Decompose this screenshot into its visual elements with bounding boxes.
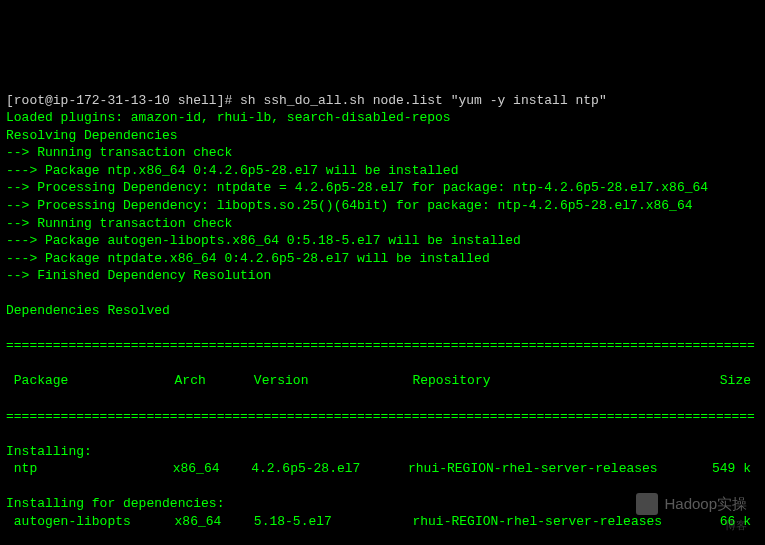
section-installing-deps: Installing for dependencies: — [6, 496, 224, 511]
divider: ========================================… — [6, 408, 759, 426]
col-header-package: Package — [6, 372, 175, 390]
output-line: ---> Package ntpdate.x86_64 0:4.2.6p5-28… — [6, 251, 490, 266]
output-line: Dependencies Resolved — [6, 303, 170, 318]
wechat-icon — [636, 493, 658, 515]
col-header-version: Version — [254, 372, 413, 390]
output-line: Loaded plugins: amazon-id, rhui-lb, sear… — [6, 110, 451, 125]
pkg-repo: rhui-REGION-rhel-server-releases — [408, 460, 712, 478]
col-header-arch: Arch — [175, 372, 254, 390]
output-line: --> Processing Dependency: libopts.so.25… — [6, 198, 693, 213]
section-installing: Installing: — [6, 444, 92, 459]
terminal-window[interactable]: [root@ip-172-31-13-10 shell]# sh ssh_do_… — [6, 74, 759, 545]
pkg-arch: x86_64 — [173, 460, 251, 478]
table-row: autogen-liboptsx86_645.18-5.el7rhui-REGI… — [6, 513, 759, 531]
output-line: --> Running transaction check — [6, 216, 232, 231]
pkg-name: autogen-libopts — [6, 513, 175, 531]
shell-command: sh ssh_do_all.sh node.list "yum -y insta… — [232, 93, 606, 108]
output-line: Resolving Dependencies — [6, 128, 178, 143]
pkg-name: ntp — [6, 460, 173, 478]
col-header-repo: Repository — [412, 372, 719, 390]
pkg-version: 5.18-5.el7 — [254, 513, 413, 531]
pkg-version: 4.2.6p5-28.el7 — [251, 460, 408, 478]
sub-watermark: 博客 — [725, 518, 747, 533]
watermark-text: Hadoop实操 — [664, 494, 747, 514]
divider: ========================================… — [6, 337, 759, 355]
watermark: Hadoop实操 — [636, 493, 747, 515]
output-line: --> Processing Dependency: ntpdate = 4.2… — [6, 180, 708, 195]
pkg-arch: x86_64 — [175, 513, 254, 531]
output-line: --> Running transaction check — [6, 145, 232, 160]
table-row: ntpx86_644.2.6p5-28.el7rhui-REGION-rhel-… — [6, 460, 759, 478]
output-line: ---> Package autogen-libopts.x86_64 0:5.… — [6, 233, 521, 248]
table-header: PackageArchVersionRepositorySize — [6, 372, 759, 390]
col-header-size: Size — [720, 372, 759, 390]
shell-prompt: [root@ip-172-31-13-10 shell]# — [6, 93, 232, 108]
output-line: --> Finished Dependency Resolution — [6, 268, 271, 283]
pkg-size: 549 k — [712, 460, 759, 478]
pkg-repo: rhui-REGION-rhel-server-releases — [412, 513, 719, 531]
output-line: ---> Package ntp.x86_64 0:4.2.6p5-28.el7… — [6, 163, 458, 178]
